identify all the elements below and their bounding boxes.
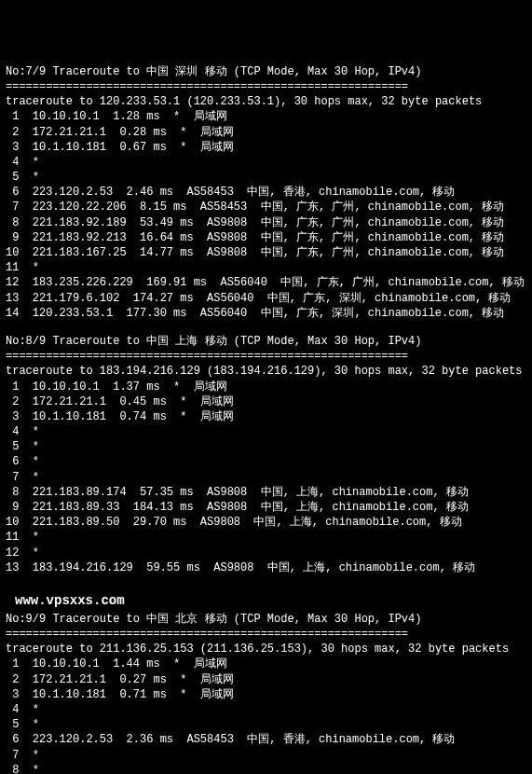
hop-line: 13 221.179.6.102 174.27 ms AS56040 中国, 广… bbox=[6, 291, 526, 306]
hop-line: 2 172.21.21.1 0.27 ms * 局域网 bbox=[6, 672, 526, 687]
hop-line: 9 221.183.92.213 16.64 ms AS9808 中国, 广东,… bbox=[6, 230, 526, 245]
hop-line: 10 221.183.167.25 14.77 ms AS9808 中国, 广东… bbox=[6, 245, 526, 260]
hop-line: 12 * bbox=[6, 546, 526, 560]
hop-line: 2 172.21.21.1 0.28 ms * 局域网 bbox=[6, 125, 526, 140]
hop-line: 13 183.194.216.129 59.55 ms AS9808 中国, 上… bbox=[6, 560, 526, 575]
traceroute-subheader: traceroute to 211.136.25.153 (211.136.25… bbox=[6, 642, 526, 657]
hop-line: 7 * bbox=[6, 748, 526, 763]
hop-line: 5 * bbox=[6, 439, 526, 454]
hop-line: 14 120.233.53.1 177.30 ms AS56040 中国, 广东… bbox=[6, 306, 526, 321]
hop-line: 4 * bbox=[6, 702, 526, 717]
divider-line: ========================================… bbox=[6, 79, 526, 94]
hop-line: 6 223.120.2.53 2.46 ms AS58453 中国, 香港, c… bbox=[6, 185, 526, 200]
hop-line: 7 223.120.22.206 8.15 ms AS58453 中国, 广东,… bbox=[6, 200, 526, 214]
hop-line: 1 10.10.10.1 1.28 ms * 局域网 bbox=[6, 109, 526, 124]
traceroute-subheader: traceroute to 120.233.53.1 (120.233.53.1… bbox=[6, 94, 526, 109]
hop-line: 8 221.183.89.174 57.35 ms AS9808 中国, 上海,… bbox=[6, 485, 526, 500]
hop-line: 11 * bbox=[6, 260, 526, 275]
hop-line: 5 * bbox=[6, 170, 526, 185]
hop-line: 1 10.10.10.1 1.37 ms * 局域网 bbox=[6, 380, 526, 394]
hop-line: 3 10.1.10.181 0.71 ms * 局域网 bbox=[6, 687, 526, 702]
hop-line: 8 221.183.92.189 53.49 ms AS9808 中国, 广东,… bbox=[6, 215, 526, 230]
hop-line: 1 10.10.10.1 1.44 ms * 局域网 bbox=[6, 657, 526, 671]
hop-line: 2 172.21.21.1 0.45 ms * 局域网 bbox=[6, 394, 526, 409]
watermark-text: www.vpsxxs.com bbox=[6, 588, 526, 612]
hop-line: 6 * bbox=[6, 454, 526, 469]
hop-line: 11 * bbox=[6, 530, 526, 545]
hop-line: 5 * bbox=[6, 717, 526, 732]
divider-line: ========================================… bbox=[6, 627, 526, 642]
divider-line: ========================================… bbox=[6, 349, 526, 364]
traceroute-header: No:7/9 Traceroute to 中国 深圳 移动 (TCP Mode,… bbox=[6, 64, 526, 79]
traceroute-subheader: traceroute to 183.194.216.129 (183.194.2… bbox=[6, 364, 526, 379]
hop-line: 8 * bbox=[6, 763, 526, 774]
hop-line: 9 221.183.89.33 184.13 ms AS9808 中国, 上海,… bbox=[6, 500, 526, 515]
hop-line: 3 10.1.10.181 0.74 ms * 局域网 bbox=[6, 409, 526, 424]
terminal-output: No:7/9 Traceroute to 中国 深圳 移动 (TCP Mode,… bbox=[6, 64, 526, 774]
traceroute-header: No:8/9 Traceroute to 中国 上海 移动 (TCP Mode,… bbox=[6, 334, 526, 349]
traceroute-header: No:9/9 Traceroute to 中国 北京 移动 (TCP Mode,… bbox=[6, 612, 526, 627]
hop-line: 10 221.183.89.50 29.70 ms AS9808 中国, 上海,… bbox=[6, 515, 526, 530]
hop-line: 4 * bbox=[6, 424, 526, 439]
hop-line: 7 * bbox=[6, 470, 526, 485]
hop-line: 12 183.235.226.229 169.91 ms AS56040 中国,… bbox=[6, 275, 526, 290]
hop-line: 3 10.1.10.181 0.67 ms * 局域网 bbox=[6, 140, 526, 155]
hop-line: 4 * bbox=[6, 155, 526, 170]
hop-line: 6 223.120.2.53 2.36 ms AS58453 中国, 香港, c… bbox=[6, 732, 526, 747]
